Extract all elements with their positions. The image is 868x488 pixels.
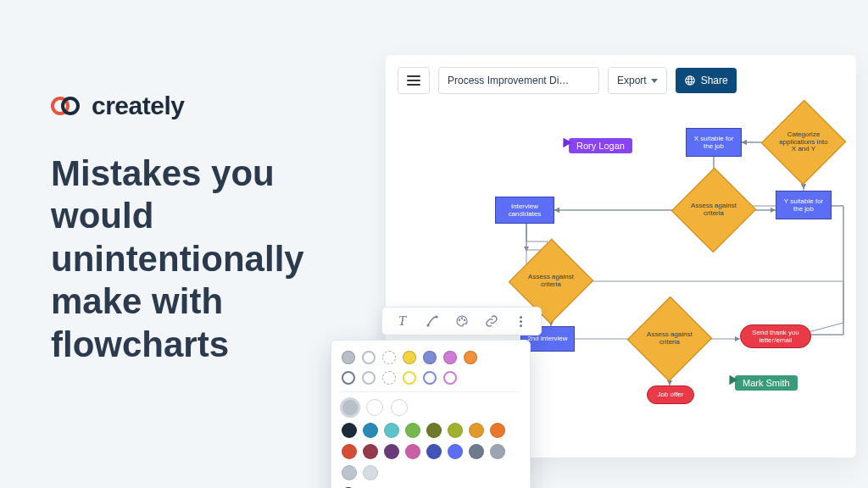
color-swatch[interactable] [363, 423, 378, 438]
color-swatch[interactable] [426, 423, 442, 438]
color-swatch[interactable] [469, 444, 484, 459]
node-categorize[interactable]: Categorize applications into X and Y [774, 113, 833, 172]
svg-point-3 [461, 318, 462, 319]
node-label: Assess against criteria [687, 202, 741, 218]
palette-row-fill [342, 351, 520, 364]
node-thank-you[interactable]: Send thank you letter/email [740, 324, 811, 348]
node-assess-1[interactable]: Assess against criteria [684, 180, 743, 240]
color-swatch[interactable] [342, 371, 355, 385]
palette-separator [342, 391, 520, 392]
color-palette-popup[interactable]: ＋ [331, 340, 531, 488]
color-swatch[interactable] [342, 423, 357, 438]
color-swatch[interactable] [490, 444, 505, 459]
color-swatch[interactable] [423, 351, 437, 364]
brand-logo: creately [51, 92, 184, 120]
quick-toolbar[interactable]: T [381, 307, 542, 336]
color-swatch[interactable] [342, 399, 359, 416]
node-label: X suitable for the job [689, 135, 738, 150]
presence-mark: Mark Smith [726, 375, 798, 391]
color-swatch[interactable] [362, 371, 376, 385]
node-x-suitable[interactable]: X suitable for the job [686, 128, 742, 157]
color-swatch[interactable] [448, 423, 463, 438]
presence-rory: Rory Logan [560, 138, 632, 153]
color-swatch[interactable] [490, 423, 505, 438]
connector-tool-icon[interactable] [425, 313, 440, 329]
color-swatch[interactable] [384, 444, 399, 459]
presence-name: Rory Logan [569, 138, 632, 153]
node-label: Interview candidates [498, 202, 551, 218]
color-swatch[interactable] [391, 399, 408, 416]
color-swatch[interactable] [443, 351, 457, 364]
text-tool-icon[interactable]: T [395, 313, 410, 329]
color-swatch[interactable] [342, 351, 355, 364]
color-swatch[interactable] [464, 351, 477, 364]
headline: Mistakes you would unintentionally make … [51, 152, 356, 366]
color-swatch[interactable] [363, 465, 378, 480]
node-y-suitable[interactable]: Y suitable for the job [776, 191, 832, 219]
color-swatch[interactable] [366, 399, 383, 416]
brand-name: creately [92, 92, 184, 120]
link-tool-icon[interactable] [484, 313, 499, 329]
color-swatch[interactable] [403, 371, 416, 385]
svg-point-4 [464, 319, 465, 320]
color-swatch[interactable] [384, 423, 399, 438]
color-swatch[interactable] [423, 371, 437, 385]
color-swatch[interactable] [362, 351, 376, 364]
node-assess-3[interactable]: Assess against criteria [640, 309, 699, 369]
node-label: Categorize applications into X and Y [776, 131, 831, 153]
brand-mark [51, 94, 83, 118]
palette-big-swatches [342, 399, 520, 416]
more-tool-icon[interactable] [514, 313, 529, 329]
palette-grid [342, 423, 520, 480]
palette-row-stroke [342, 371, 520, 385]
color-swatch[interactable] [469, 423, 484, 438]
color-swatch[interactable] [382, 371, 396, 385]
palette-tool-icon[interactable] [454, 313, 470, 329]
color-swatch[interactable] [342, 465, 357, 480]
svg-point-0 [426, 324, 429, 327]
node-label: Assess against criteria [524, 274, 578, 289]
color-swatch[interactable] [405, 444, 420, 459]
svg-point-2 [459, 319, 459, 320]
node-label: Assess against criteria [643, 331, 697, 347]
node-label: 2nd interview [527, 335, 567, 342]
node-assess-2[interactable]: Assess against criteria [521, 252, 581, 311]
color-swatch[interactable] [443, 371, 457, 385]
node-label: Send thank you letter/email [743, 329, 808, 344]
color-swatch[interactable] [363, 444, 378, 459]
node-label: Y suitable for the job [779, 197, 828, 213]
color-swatch[interactable] [342, 444, 357, 459]
node-label: Job offer [658, 391, 684, 398]
node-job-offer[interactable]: Job offer [647, 385, 694, 404]
svg-point-1 [435, 316, 437, 319]
app-window: Process Improvement Di… Export Share [386, 55, 856, 458]
color-swatch[interactable] [448, 444, 463, 459]
color-swatch[interactable] [405, 423, 420, 438]
color-swatch[interactable] [382, 351, 396, 364]
color-swatch[interactable] [426, 444, 442, 459]
node-interview[interactable]: Interview candidates [495, 197, 554, 224]
color-swatch[interactable] [403, 351, 416, 364]
presence-name: Mark Smith [735, 375, 798, 391]
